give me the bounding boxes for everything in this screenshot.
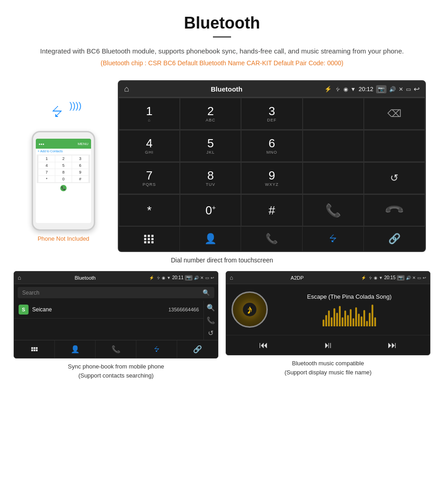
nav-contacts-btn[interactable]: 👤 xyxy=(180,227,241,251)
eq-bar-6 xyxy=(336,313,338,326)
key-5[interactable]: 5 JKL xyxy=(180,130,241,162)
camera-icon[interactable]: 📷 xyxy=(376,85,386,93)
eq-bar-19 xyxy=(372,305,373,326)
phonebook-screen: ⌂ Bluetooth ⚡ ⭍ ◉ ▼ 20:11 📷 🔊 ✕ ▭ ↩ Sear… xyxy=(14,271,218,359)
key-call-red[interactable]: 📞 xyxy=(364,194,425,226)
ms-album-inner: ⭍ xyxy=(243,303,256,316)
key-0[interactable]: 0+ xyxy=(180,194,241,226)
pb-search-icon: 🔍 xyxy=(203,289,210,296)
pb-side-phone-icon[interactable]: 📞 xyxy=(207,316,215,325)
ms-bt-center-icon: ⭍ xyxy=(246,306,253,313)
pb-nav-dialpad[interactable] xyxy=(14,340,55,358)
pb-contact-number: 13566664466 xyxy=(169,307,199,312)
keypad-row-2: 4 GHI 5 JKL 6 MNO xyxy=(119,130,425,162)
ms-info: Escape (The Pina Colada Song) xyxy=(274,293,425,326)
key-refresh[interactable]: ↺ xyxy=(364,162,425,194)
music-card: ⌂ A2DP ⚡ ⭍ ◉ ▼ 20:15 📷 🔊 ✕ ▭ ↩ xyxy=(226,271,430,380)
key-9[interactable]: 9 WXYZ xyxy=(241,162,302,194)
key-6[interactable]: 6 MNO xyxy=(241,130,302,162)
key-4[interactable]: 4 GHI xyxy=(119,130,180,162)
pb-search-placeholder: Search xyxy=(22,290,39,296)
location-icon: ◉ xyxy=(343,86,348,92)
dial-caption: Dial number direct from touchscreen xyxy=(0,257,444,264)
pb-nav-bt[interactable]: ⭍ xyxy=(136,340,177,358)
status-time: 20:12 xyxy=(358,86,373,92)
close-icon[interactable]: ✕ xyxy=(399,86,403,92)
usb-icon: ⚡ xyxy=(324,86,332,92)
ms-loc-icon: ◉ xyxy=(374,276,377,280)
nav-phone-btn[interactable]: 📞 xyxy=(241,227,302,251)
key-7[interactable]: 7 PQRS xyxy=(119,162,180,194)
eq-bar-7 xyxy=(339,306,341,326)
phone-add-contact: + Add to Contacts xyxy=(36,149,91,154)
bottom-screenshots: ⌂ Bluetooth ⚡ ⭍ ◉ ▼ 20:11 📷 🔊 ✕ ▭ ↩ Sear… xyxy=(0,271,444,380)
key-star[interactable]: * xyxy=(119,194,180,226)
pb-usb-icon: ⚡ xyxy=(149,276,154,280)
pb-x-icon: ✕ xyxy=(200,276,204,280)
pb-nav-person[interactable]: 👤 xyxy=(55,340,96,358)
dial-bottom-nav: 👤 📞 ⭍ 🔗 xyxy=(119,226,425,251)
ms-rect-icon: ▭ xyxy=(417,276,421,280)
ms-next-btn[interactable]: ⏭ xyxy=(388,340,397,350)
pb-side-refresh-icon[interactable]: ↺ xyxy=(208,329,214,337)
ms-home-icon[interactable]: ⌂ xyxy=(230,274,233,281)
eq-bar-2 xyxy=(325,315,327,326)
pb-side-search-icon[interactable]: 🔍 xyxy=(207,304,215,312)
contacts-icon: 👤 xyxy=(204,233,217,245)
ms-wifi-icon: ▼ xyxy=(379,276,383,280)
ms-title: A2DP xyxy=(291,275,304,281)
ms-prev-btn[interactable]: ⏮ xyxy=(259,340,268,350)
eq-bar-3 xyxy=(328,310,330,326)
key-call-green[interactable]: 📞 xyxy=(303,194,364,226)
pb-status-bar: ⌂ Bluetooth ⚡ ⭍ ◉ ▼ 20:11 📷 🔊 ✕ ▭ ↩ xyxy=(14,271,218,284)
phone-screen-header: ●●● MENU xyxy=(36,139,91,149)
pb-nav-call[interactable]: 📞 xyxy=(96,340,136,358)
key-hash[interactable]: # xyxy=(241,194,302,226)
key-8[interactable]: 8 TUV xyxy=(180,162,241,194)
pb-bt-nav-icon: ⭍ xyxy=(153,345,160,354)
pb-loc-icon: ◉ xyxy=(162,276,165,280)
eq-bar-5 xyxy=(333,308,335,326)
phone-screen: ●●● MENU + Add to Contacts 1 2 3 4 5 6 7… xyxy=(36,139,91,223)
key-3[interactable]: 3 DEF xyxy=(241,98,302,130)
pb-nav-link[interactable]: 🔗 xyxy=(177,340,218,358)
phonebook-caption: Sync phone-book from mobile phone (Suppo… xyxy=(68,362,164,380)
pb-status-icons: ⭍ ◉ ▼ 20:11 📷 🔊 ✕ ▭ ↩ xyxy=(156,275,214,281)
ms-bt-icon: ⭍ xyxy=(368,276,372,280)
window-icon[interactable]: ▭ xyxy=(406,86,411,92)
key-backspace[interactable]: ⌫ xyxy=(364,98,425,130)
nav-link-btn[interactable]: 🔗 xyxy=(364,227,425,251)
pb-link-icon: 🔗 xyxy=(193,345,202,354)
key-2[interactable]: 2 ABC xyxy=(180,98,241,130)
home-icon[interactable]: ⌂ xyxy=(124,84,129,94)
wifi-icon: ▼ xyxy=(351,86,356,92)
nav-dialpad-btn[interactable] xyxy=(119,227,180,251)
phone-bottom-bar: 📞 xyxy=(36,184,91,192)
phone-image-container: ⭍ )))) ●●● MENU + Add to Contacts 1 2 3 … xyxy=(18,80,109,242)
pb-contact-row[interactable]: S Seicane 13566664466 xyxy=(14,301,203,319)
eq-bar-17 xyxy=(366,321,368,326)
keypad-row-1: 1 ⌂ 2 ABC 3 DEF ⌫ xyxy=(119,97,425,130)
nav-bluetooth-btn[interactable]: ⭍ xyxy=(303,227,364,251)
ms-time: 20:15 xyxy=(384,275,396,280)
ms-play-pause-btn[interactable]: ⏯ xyxy=(323,340,333,350)
page-header: Bluetooth Integrated with BC6 Bluetooth … xyxy=(0,0,444,80)
eq-bar-14 xyxy=(358,314,360,326)
ms-back-icon[interactable]: ↩ xyxy=(423,276,426,280)
pb-search-bar[interactable]: Search 🔍 xyxy=(18,287,214,298)
pb-title: Bluetooth xyxy=(75,275,96,281)
page-description: Integrated with BC6 Bluetooth module, su… xyxy=(27,46,417,57)
pb-home-icon[interactable]: ⌂ xyxy=(18,274,21,281)
volume-icon[interactable]: 🔊 xyxy=(389,86,396,92)
eq-bar-4 xyxy=(331,317,333,326)
pb-call-icon: 📞 xyxy=(111,345,121,354)
key-1[interactable]: 1 ⌂ xyxy=(119,98,180,130)
pb-back-icon[interactable]: ↩ xyxy=(211,276,214,280)
pb-contact-name: Seicane xyxy=(32,306,165,313)
pb-contact-letter: S xyxy=(19,305,29,315)
dial-screen: ⌂ Bluetooth ⚡ ⭍ ◉ ▼ 20:12 📷 🔊 ✕ ▭ ↩ 1 ⌂ xyxy=(118,80,426,252)
back-icon[interactable]: ↩ xyxy=(414,85,420,93)
pb-contacts-list: S Seicane 13566664466 xyxy=(14,301,203,340)
phonebook-card: ⌂ Bluetooth ⚡ ⭍ ◉ ▼ 20:11 📷 🔊 ✕ ▭ ↩ Sear… xyxy=(14,271,218,380)
dial-status-icons: ⭍ ◉ ▼ 20:12 📷 🔊 ✕ ▭ ↩ xyxy=(335,85,420,93)
